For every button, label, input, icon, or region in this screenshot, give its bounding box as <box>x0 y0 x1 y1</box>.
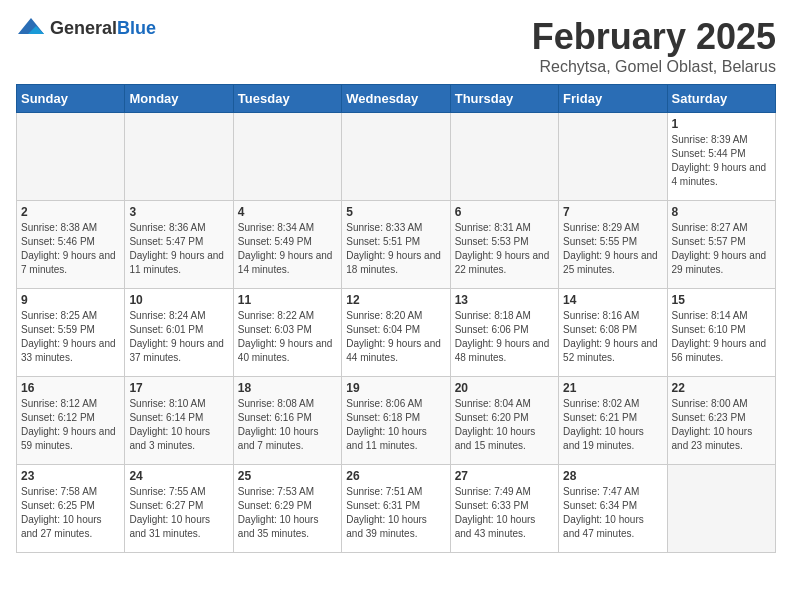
day-number: 20 <box>455 381 554 395</box>
weekday-header-thursday: Thursday <box>450 85 558 113</box>
calendar-cell: 16Sunrise: 8:12 AM Sunset: 6:12 PM Dayli… <box>17 377 125 465</box>
calendar-header: SundayMondayTuesdayWednesdayThursdayFrid… <box>17 85 776 113</box>
calendar-week-row: 23Sunrise: 7:58 AM Sunset: 6:25 PM Dayli… <box>17 465 776 553</box>
day-info: Sunrise: 8:16 AM Sunset: 6:08 PM Dayligh… <box>563 309 662 365</box>
day-info: Sunrise: 8:27 AM Sunset: 5:57 PM Dayligh… <box>672 221 771 277</box>
title-block: February 2025 Rechytsa, Gomel Oblast, Be… <box>532 16 776 76</box>
calendar-cell <box>342 113 450 201</box>
day-info: Sunrise: 8:14 AM Sunset: 6:10 PM Dayligh… <box>672 309 771 365</box>
weekday-header-wednesday: Wednesday <box>342 85 450 113</box>
day-info: Sunrise: 8:36 AM Sunset: 5:47 PM Dayligh… <box>129 221 228 277</box>
day-number: 28 <box>563 469 662 483</box>
calendar-cell: 21Sunrise: 8:02 AM Sunset: 6:21 PM Dayli… <box>559 377 667 465</box>
day-info: Sunrise: 8:00 AM Sunset: 6:23 PM Dayligh… <box>672 397 771 453</box>
day-number: 5 <box>346 205 445 219</box>
day-info: Sunrise: 8:12 AM Sunset: 6:12 PM Dayligh… <box>21 397 120 453</box>
day-number: 19 <box>346 381 445 395</box>
calendar-cell: 11Sunrise: 8:22 AM Sunset: 6:03 PM Dayli… <box>233 289 341 377</box>
calendar-cell: 7Sunrise: 8:29 AM Sunset: 5:55 PM Daylig… <box>559 201 667 289</box>
day-info: Sunrise: 8:31 AM Sunset: 5:53 PM Dayligh… <box>455 221 554 277</box>
weekday-header-monday: Monday <box>125 85 233 113</box>
calendar-week-row: 9Sunrise: 8:25 AM Sunset: 5:59 PM Daylig… <box>17 289 776 377</box>
day-number: 24 <box>129 469 228 483</box>
calendar-cell <box>125 113 233 201</box>
calendar-cell: 5Sunrise: 8:33 AM Sunset: 5:51 PM Daylig… <box>342 201 450 289</box>
day-number: 22 <box>672 381 771 395</box>
calendar-cell: 27Sunrise: 7:49 AM Sunset: 6:33 PM Dayli… <box>450 465 558 553</box>
weekday-header-row: SundayMondayTuesdayWednesdayThursdayFrid… <box>17 85 776 113</box>
day-number: 11 <box>238 293 337 307</box>
day-info: Sunrise: 8:22 AM Sunset: 6:03 PM Dayligh… <box>238 309 337 365</box>
day-number: 15 <box>672 293 771 307</box>
day-info: Sunrise: 7:49 AM Sunset: 6:33 PM Dayligh… <box>455 485 554 541</box>
day-number: 8 <box>672 205 771 219</box>
day-info: Sunrise: 7:51 AM Sunset: 6:31 PM Dayligh… <box>346 485 445 541</box>
calendar-cell <box>233 113 341 201</box>
day-info: Sunrise: 8:25 AM Sunset: 5:59 PM Dayligh… <box>21 309 120 365</box>
calendar-cell: 10Sunrise: 8:24 AM Sunset: 6:01 PM Dayli… <box>125 289 233 377</box>
day-number: 23 <box>21 469 120 483</box>
calendar-cell: 22Sunrise: 8:00 AM Sunset: 6:23 PM Dayli… <box>667 377 775 465</box>
day-info: Sunrise: 7:55 AM Sunset: 6:27 PM Dayligh… <box>129 485 228 541</box>
weekday-header-friday: Friday <box>559 85 667 113</box>
calendar-cell: 9Sunrise: 8:25 AM Sunset: 5:59 PM Daylig… <box>17 289 125 377</box>
day-number: 16 <box>21 381 120 395</box>
calendar-cell: 17Sunrise: 8:10 AM Sunset: 6:14 PM Dayli… <box>125 377 233 465</box>
calendar-cell <box>667 465 775 553</box>
logo-icon <box>16 16 46 40</box>
day-info: Sunrise: 8:02 AM Sunset: 6:21 PM Dayligh… <box>563 397 662 453</box>
day-number: 17 <box>129 381 228 395</box>
day-info: Sunrise: 8:34 AM Sunset: 5:49 PM Dayligh… <box>238 221 337 277</box>
weekday-header-sunday: Sunday <box>17 85 125 113</box>
day-info: Sunrise: 7:47 AM Sunset: 6:34 PM Dayligh… <box>563 485 662 541</box>
day-info: Sunrise: 8:39 AM Sunset: 5:44 PM Dayligh… <box>672 133 771 189</box>
day-number: 26 <box>346 469 445 483</box>
day-number: 25 <box>238 469 337 483</box>
day-info: Sunrise: 8:20 AM Sunset: 6:04 PM Dayligh… <box>346 309 445 365</box>
day-info: Sunrise: 8:04 AM Sunset: 6:20 PM Dayligh… <box>455 397 554 453</box>
day-number: 6 <box>455 205 554 219</box>
day-info: Sunrise: 8:29 AM Sunset: 5:55 PM Dayligh… <box>563 221 662 277</box>
calendar-cell: 4Sunrise: 8:34 AM Sunset: 5:49 PM Daylig… <box>233 201 341 289</box>
calendar-cell: 23Sunrise: 7:58 AM Sunset: 6:25 PM Dayli… <box>17 465 125 553</box>
day-number: 13 <box>455 293 554 307</box>
day-number: 9 <box>21 293 120 307</box>
day-number: 1 <box>672 117 771 131</box>
weekday-header-tuesday: Tuesday <box>233 85 341 113</box>
day-info: Sunrise: 8:24 AM Sunset: 6:01 PM Dayligh… <box>129 309 228 365</box>
calendar-cell: 15Sunrise: 8:14 AM Sunset: 6:10 PM Dayli… <box>667 289 775 377</box>
logo-text-blue: Blue <box>117 18 156 38</box>
weekday-header-saturday: Saturday <box>667 85 775 113</box>
day-info: Sunrise: 8:08 AM Sunset: 6:16 PM Dayligh… <box>238 397 337 453</box>
calendar-cell <box>559 113 667 201</box>
calendar-cell: 28Sunrise: 7:47 AM Sunset: 6:34 PM Dayli… <box>559 465 667 553</box>
calendar-cell: 6Sunrise: 8:31 AM Sunset: 5:53 PM Daylig… <box>450 201 558 289</box>
location-title: Rechytsa, Gomel Oblast, Belarus <box>532 58 776 76</box>
day-number: 3 <box>129 205 228 219</box>
month-title: February 2025 <box>532 16 776 58</box>
day-info: Sunrise: 8:18 AM Sunset: 6:06 PM Dayligh… <box>455 309 554 365</box>
logo-text-general: General <box>50 18 117 38</box>
calendar-cell: 25Sunrise: 7:53 AM Sunset: 6:29 PM Dayli… <box>233 465 341 553</box>
day-number: 2 <box>21 205 120 219</box>
calendar-cell: 24Sunrise: 7:55 AM Sunset: 6:27 PM Dayli… <box>125 465 233 553</box>
day-number: 27 <box>455 469 554 483</box>
calendar-cell: 8Sunrise: 8:27 AM Sunset: 5:57 PM Daylig… <box>667 201 775 289</box>
calendar-cell: 3Sunrise: 8:36 AM Sunset: 5:47 PM Daylig… <box>125 201 233 289</box>
calendar-cell: 18Sunrise: 8:08 AM Sunset: 6:16 PM Dayli… <box>233 377 341 465</box>
calendar-cell: 26Sunrise: 7:51 AM Sunset: 6:31 PM Dayli… <box>342 465 450 553</box>
calendar-cell: 19Sunrise: 8:06 AM Sunset: 6:18 PM Dayli… <box>342 377 450 465</box>
calendar-week-row: 2Sunrise: 8:38 AM Sunset: 5:46 PM Daylig… <box>17 201 776 289</box>
day-number: 12 <box>346 293 445 307</box>
day-number: 10 <box>129 293 228 307</box>
calendar-cell: 14Sunrise: 8:16 AM Sunset: 6:08 PM Dayli… <box>559 289 667 377</box>
calendar-cell <box>450 113 558 201</box>
calendar-cell: 20Sunrise: 8:04 AM Sunset: 6:20 PM Dayli… <box>450 377 558 465</box>
day-info: Sunrise: 8:06 AM Sunset: 6:18 PM Dayligh… <box>346 397 445 453</box>
calendar-week-row: 1Sunrise: 8:39 AM Sunset: 5:44 PM Daylig… <box>17 113 776 201</box>
day-number: 21 <box>563 381 662 395</box>
day-info: Sunrise: 7:58 AM Sunset: 6:25 PM Dayligh… <box>21 485 120 541</box>
day-info: Sunrise: 8:33 AM Sunset: 5:51 PM Dayligh… <box>346 221 445 277</box>
logo: GeneralBlue <box>16 16 156 40</box>
calendar-cell: 1Sunrise: 8:39 AM Sunset: 5:44 PM Daylig… <box>667 113 775 201</box>
